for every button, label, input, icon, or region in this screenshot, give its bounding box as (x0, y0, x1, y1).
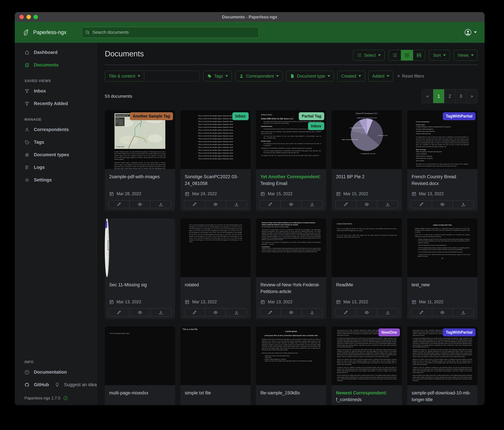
view-document-button[interactable] (129, 200, 150, 208)
document-thumbnail[interactable]: Lorem ipsum dolor sit amet, consectetur … (407, 327, 477, 385)
select-button[interactable]: Select (353, 50, 385, 61)
title-content-input[interactable] (144, 71, 200, 81)
sidebar-item-documentation[interactable]: Documentation (15, 366, 98, 378)
document-title[interactable]: Newest Correspondent: f_combineds (336, 390, 397, 403)
document-title[interactable]: file-sample_150kBs (260, 390, 322, 396)
sidebar-item-dashboard[interactable]: Dashboard (15, 46, 98, 59)
sidebar-item-recently-added[interactable]: Recently Added (15, 97, 98, 110)
edit-document-button[interactable] (109, 308, 129, 316)
download-document-button[interactable] (377, 200, 398, 208)
edit-document-button[interactable] (335, 308, 356, 316)
document-thumbnail[interactable]: Lorem ipsum dolor sit amet, consectetur … (332, 327, 402, 385)
pagination-page-3[interactable]: 3 (455, 89, 466, 103)
document-correspondent[interactable]: Yet Another Correspondent (260, 174, 319, 179)
download-document-button[interactable] (150, 200, 171, 208)
tag-badge[interactable]: Inbox (308, 122, 324, 130)
user-menu[interactable] (464, 28, 477, 36)
brand[interactable]: Paperless-ngx (22, 29, 66, 36)
document-title[interactable]: ReadMe (336, 281, 397, 288)
document-card[interactable]: Release NotesSimba ODBC Driver for SQL S… (256, 110, 326, 211)
document-card[interactable]: Patient BP Distribution 2011Isolated Sys… (332, 110, 402, 211)
document-correspondent[interactable]: Newest Correspondent (336, 390, 386, 395)
edit-document-button[interactable] (109, 200, 129, 208)
document-card[interactable]: Contact Sheet DemoGiven a set of image f… (332, 218, 402, 319)
reset-filters-button[interactable]: × Reset filters (397, 74, 424, 79)
document-title[interactable]: Sec 11-Missing sig (109, 281, 171, 288)
document-title[interactable]: 2sample-pdf-with-images (109, 173, 171, 180)
view-grid-button[interactable] (401, 50, 413, 60)
download-document-button[interactable] (226, 200, 247, 208)
view-document-button[interactable] (205, 308, 226, 316)
tag-badge[interactable]: TagWithPartial (105, 220, 107, 228)
document-title[interactable]: rotated (185, 281, 246, 288)
search-input[interactable] (92, 30, 256, 35)
tag-badge[interactable]: Another Sample Tag (130, 112, 173, 120)
document-card[interactable]: Lorem ipsum dolor sit amet, consectetur … (332, 327, 402, 405)
document-title[interactable]: simple txt file (185, 390, 246, 396)
document-card[interactable]: This is the text that appears on the fir… (180, 218, 251, 319)
document-card[interactable]: Application for Medical Staff Membership… (105, 218, 175, 319)
sidebar-item-correspondents[interactable]: Correspondents (15, 123, 98, 136)
document-thumbnail[interactable]: Boundary Waters TripLegendGoogle EarthCu… (105, 110, 175, 169)
info-circle-icon[interactable] (63, 396, 68, 401)
document-thumbnail[interactable]: This is a test file. (180, 327, 251, 385)
download-document-button[interactable] (301, 200, 323, 208)
sidebar-item-github[interactable]: GitHub (15, 378, 49, 391)
download-document-button[interactable] (301, 308, 323, 316)
document-card[interactable]: This is a test file. simple txt file (180, 327, 251, 405)
document-type-filter-button[interactable]: Document type (286, 71, 334, 81)
view-document-button[interactable] (356, 308, 377, 316)
document-thumbnail[interactable]: Adobe Acrobat PDF FilesAdobe® Portable D… (407, 218, 477, 277)
tag-badge[interactable]: TagWithPartial (443, 328, 476, 336)
tag-badge[interactable]: TagWithPartial (443, 112, 476, 120)
edit-document-button[interactable] (260, 308, 281, 316)
sidebar-item-documents[interactable]: Documents (15, 59, 98, 71)
search-box[interactable] (82, 27, 259, 38)
view-document-button[interactable] (432, 200, 453, 208)
document-card[interactable]: Review of New York Federal Petitions for… (256, 218, 326, 319)
title-content-dropdown[interactable]: Title & content (105, 71, 144, 81)
document-card[interactable]: This is a test for the double space char… (180, 110, 251, 211)
download-document-button[interactable] (377, 308, 398, 316)
document-title[interactable]: test_new (412, 281, 473, 288)
view-list-button[interactable] (389, 50, 401, 60)
pagination-page-1[interactable]: 1 (433, 89, 444, 103)
edit-document-button[interactable] (184, 308, 205, 316)
document-title[interactable]: French Country Bread Revised.docx (412, 173, 473, 187)
document-thumbnail[interactable]: French Country BreadFor the Leaven1 heap… (407, 110, 477, 169)
sidebar-item-logs[interactable]: Logs (15, 161, 98, 174)
document-thumbnail[interactable]: Application for Medical Staff Membership… (105, 218, 109, 277)
view-document-button[interactable] (129, 308, 150, 316)
edit-document-button[interactable] (260, 200, 281, 208)
sidebar-item-suggest-idea[interactable]: Suggest an idea (49, 378, 97, 391)
download-document-button[interactable] (226, 308, 247, 316)
tag-badge[interactable]: NewOne (378, 328, 400, 336)
document-thumbnail[interactable]: Review of New York Federal Petitions for… (256, 218, 326, 277)
view-document-button[interactable] (356, 200, 377, 208)
document-card[interactable]: This is a multi page document. Page 1. m… (105, 327, 175, 405)
added-filter-button[interactable]: Added (368, 71, 393, 81)
document-title[interactable]: Sonstige ScanPC2022 03-24_081058 (185, 173, 246, 187)
views-button[interactable]: Views (454, 50, 477, 61)
document-title[interactable]: multi-page-mixedxx (109, 390, 171, 396)
sidebar-item-tags[interactable]: Tags (15, 136, 98, 149)
document-card[interactable]: French Country BreadFor the Leaven1 heap… (407, 110, 477, 211)
close-window-button[interactable] (19, 15, 24, 19)
pagination-page-2[interactable]: 2 (444, 89, 455, 103)
document-card[interactable]: Boundary Waters TripLegendGoogle EarthCu… (105, 110, 175, 211)
view-document-button[interactable] (281, 308, 302, 316)
document-thumbnail[interactable]: Lorem ipsumLorem ipsum dolor sit amet, c… (256, 327, 326, 385)
download-document-button[interactable] (150, 308, 171, 316)
document-card[interactable]: Lorem ipsum dolor sit amet, consectetur … (407, 327, 477, 405)
document-thumbnail[interactable]: This is a test for the double space char… (180, 110, 251, 169)
sort-button[interactable]: Sort (429, 50, 450, 61)
document-card[interactable]: Lorem ipsumLorem ipsum dolor sit amet, c… (256, 327, 326, 405)
correspondent-filter-button[interactable]: Correspondent (235, 71, 283, 81)
document-title[interactable]: 2011 BP Pie 2 (336, 173, 397, 180)
download-document-button[interactable] (453, 200, 474, 208)
document-thumbnail[interactable]: This is the text that appears on the fir… (180, 218, 251, 277)
view-document-button[interactable] (205, 200, 226, 208)
document-title[interactable]: Review-of-New-York-Federal-Petitions-art… (260, 281, 322, 295)
sidebar-item-document-types[interactable]: Document types (15, 149, 98, 161)
edit-document-button[interactable] (411, 308, 432, 316)
